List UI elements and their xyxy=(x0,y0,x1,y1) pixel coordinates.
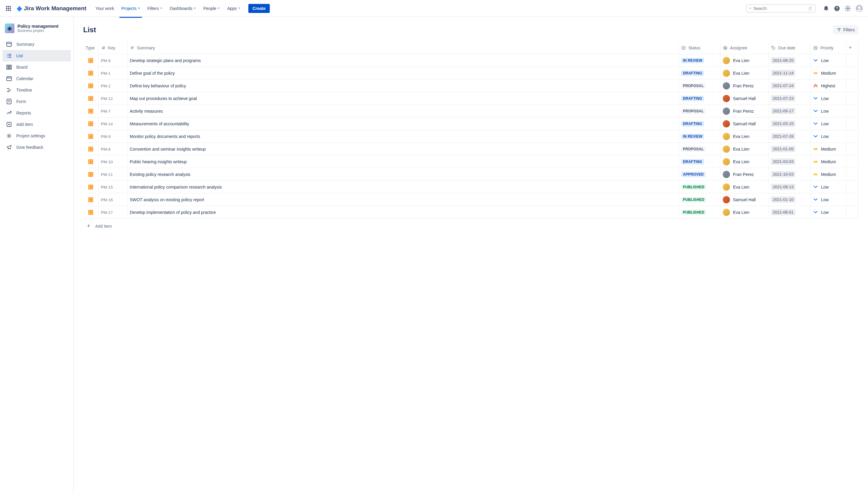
table-row[interactable]: PM-10Public hearing insights writeupDRAF… xyxy=(83,155,858,168)
table-row[interactable]: PM-15International policy comparison res… xyxy=(83,181,858,193)
notifications-icon[interactable] xyxy=(823,5,829,12)
column-header-assignee[interactable]: Assignee xyxy=(720,42,769,54)
sidebar-item-give-feedback[interactable]: Give feedback xyxy=(2,141,71,153)
issue-summary[interactable]: Define goal of the policy xyxy=(130,71,175,76)
table-row[interactable]: PM-9Monitor policy documents and reports… xyxy=(83,130,858,143)
status-badge[interactable]: PROPOSAL xyxy=(681,83,705,89)
project-header[interactable]: ◉ Policy management Business project xyxy=(2,23,71,39)
filters-button[interactable]: Filters xyxy=(833,25,858,34)
nav-item-your-work[interactable]: Your work xyxy=(93,4,117,13)
table-row[interactable]: PM-17Develop implementation of policy an… xyxy=(83,206,858,219)
table-row[interactable]: PM-7Activity measuresPROPOSALFran Perez2… xyxy=(83,105,858,117)
column-header-status[interactable]: Status xyxy=(679,42,720,54)
column-header-summary[interactable]: Summary xyxy=(127,42,679,54)
status-badge[interactable]: APPROVED xyxy=(681,172,705,177)
assignee-cell[interactable]: Eva Lien xyxy=(723,133,766,140)
issue-summary[interactable]: International policy comparison research… xyxy=(130,185,222,189)
assignee-cell[interactable]: Eva Lien xyxy=(723,57,766,64)
due-date[interactable]: 2021-03-15 xyxy=(771,120,795,127)
assignee-cell[interactable]: Fran Perez xyxy=(723,82,766,90)
due-date[interactable]: 2021-11-14 xyxy=(771,70,795,76)
sidebar-item-project-settings[interactable]: Project settings xyxy=(2,130,71,141)
product-logo[interactable]: ◆ Jira Work Management xyxy=(17,4,87,12)
profile-icon[interactable] xyxy=(855,4,863,12)
table-row[interactable]: PM-9Develop strategic plans and programs… xyxy=(83,54,858,67)
column-header-key[interactable]: Key xyxy=(98,42,127,54)
priority-cell[interactable]: Low xyxy=(813,210,844,215)
status-badge[interactable]: PUBLISHED xyxy=(681,184,706,190)
status-badge[interactable]: PUBLISHED xyxy=(681,197,706,203)
issue-summary[interactable]: Existing policy research analysis xyxy=(130,172,191,177)
assignee-cell[interactable]: Fran Perez xyxy=(723,171,766,178)
priority-cell[interactable]: Low xyxy=(813,185,844,189)
status-badge[interactable]: DRAFTING xyxy=(681,121,704,127)
settings-icon[interactable] xyxy=(845,5,851,12)
sidebar-item-calendar[interactable]: Calendar xyxy=(2,73,71,84)
issue-summary[interactable]: Measurements of accountability xyxy=(130,121,189,126)
priority-cell[interactable]: Medium xyxy=(813,71,844,76)
sidebar-item-reports[interactable]: Reports xyxy=(2,107,71,119)
issue-key[interactable]: PM-9 xyxy=(101,58,111,63)
issue-key[interactable]: PM-9 xyxy=(101,134,111,139)
assignee-cell[interactable]: Eva Lien xyxy=(723,70,766,77)
status-badge[interactable]: DRAFTING xyxy=(681,71,704,76)
priority-cell[interactable]: Medium xyxy=(813,172,844,177)
table-row[interactable]: PM-1Define goal of the policyDRAFTINGEva… xyxy=(83,67,858,79)
sidebar-item-summary[interactable]: Summary xyxy=(2,39,71,50)
priority-cell[interactable]: Low xyxy=(813,96,844,101)
column-header-priority[interactable]: Priority xyxy=(811,42,846,54)
nav-item-projects[interactable]: Projects▼ xyxy=(118,4,143,13)
due-date[interactable]: 2021-01-10 xyxy=(771,196,795,203)
issue-summary[interactable]: Convention and seminar insights writeup xyxy=(130,147,206,152)
table-row[interactable]: PM-14Measurements of accountabilityDRAFT… xyxy=(83,117,858,130)
due-date[interactable]: 2021-10-03 xyxy=(771,171,795,177)
table-row[interactable]: PM-12Map out procedures to achieve goalD… xyxy=(83,92,858,105)
table-row[interactable]: PM-16SWOT analysis on existing policy re… xyxy=(83,193,858,206)
add-column-button[interactable]: + xyxy=(846,42,858,54)
column-header-type[interactable]: Type xyxy=(83,42,98,54)
issue-summary[interactable]: Develop implementation of policy and pra… xyxy=(130,210,216,215)
status-badge[interactable]: PUBLISHED xyxy=(681,210,706,215)
due-date[interactable]: 2021-07-24 xyxy=(771,82,795,89)
status-badge[interactable]: IN REVIEW xyxy=(681,58,704,63)
priority-cell[interactable]: Medium xyxy=(813,159,844,164)
due-date[interactable]: 2021-03-03 xyxy=(771,158,795,165)
priority-cell[interactable]: Highest xyxy=(813,83,844,88)
issue-key[interactable]: PM-15 xyxy=(101,185,113,189)
assignee-cell[interactable]: Eva Lien xyxy=(723,209,766,216)
due-date[interactable]: 2021-07-23 xyxy=(771,95,795,101)
priority-cell[interactable]: Medium xyxy=(813,147,844,152)
priority-cell[interactable]: Low xyxy=(813,134,844,139)
issue-summary[interactable]: Public hearing insights writeup xyxy=(130,159,187,164)
issue-summary[interactable]: Define key behaviour of policy xyxy=(130,83,186,88)
table-row[interactable]: PM-8Convention and seminar insights writ… xyxy=(83,143,858,155)
assignee-cell[interactable]: Samuel Hall xyxy=(723,95,766,102)
search-input[interactable] xyxy=(754,6,806,11)
issue-key[interactable]: PM-17 xyxy=(101,210,113,215)
nav-item-dashboards[interactable]: Dashboards▼ xyxy=(167,4,199,13)
issue-key[interactable]: PM-11 xyxy=(101,172,113,177)
nav-item-people[interactable]: People▼ xyxy=(200,4,223,13)
assignee-cell[interactable]: Fran Perez xyxy=(723,108,766,115)
status-badge[interactable]: IN REVIEW xyxy=(681,134,704,139)
issue-key[interactable]: PM-12 xyxy=(101,96,113,101)
due-date[interactable]: 2021-05-17 xyxy=(771,108,795,114)
sidebar-item-timeline[interactable]: Timeline xyxy=(2,84,71,96)
search-box[interactable]: / xyxy=(746,4,816,13)
nav-item-filters[interactable]: Filters▼ xyxy=(144,4,165,13)
nav-item-apps[interactable]: Apps▼ xyxy=(224,4,243,13)
issue-key[interactable]: PM-1 xyxy=(101,71,111,76)
issue-key[interactable]: PM-2 xyxy=(101,84,111,88)
due-date[interactable]: 2021-01-05 xyxy=(771,146,795,152)
table-row[interactable]: PM-11Existing policy research analysisAP… xyxy=(83,168,858,181)
issue-summary[interactable]: Develop strategic plans and programs xyxy=(130,58,201,63)
status-badge[interactable]: PROPOSAL xyxy=(681,109,705,114)
priority-cell[interactable]: Low xyxy=(813,109,844,114)
status-badge[interactable]: DRAFTING xyxy=(681,96,704,101)
assignee-cell[interactable]: Samuel Hall xyxy=(723,196,766,203)
sidebar-item-form[interactable]: Form xyxy=(2,96,71,107)
issue-key[interactable]: PM-14 xyxy=(101,122,113,126)
priority-cell[interactable]: Low xyxy=(813,58,844,63)
status-badge[interactable]: PROPOSAL xyxy=(681,146,705,152)
column-header-due-date[interactable]: Due date xyxy=(769,42,811,54)
